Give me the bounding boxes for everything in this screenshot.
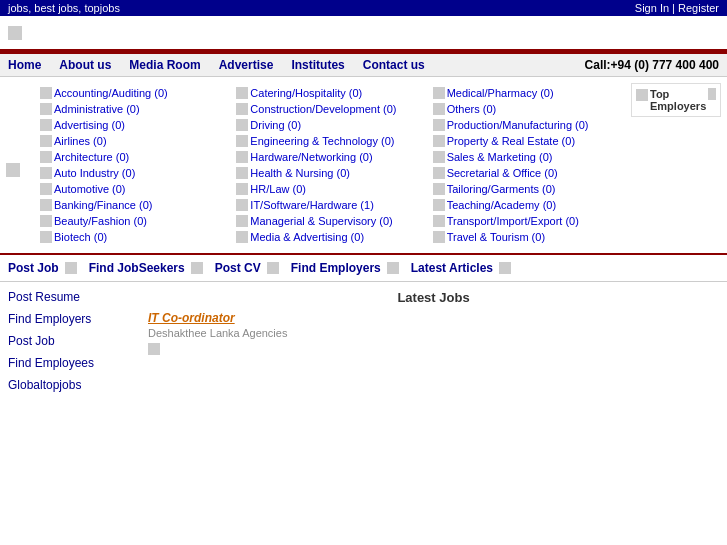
- search-icon[interactable]: [8, 26, 22, 40]
- cat-link[interactable]: Media & Advertising (0): [250, 231, 364, 243]
- cat-link[interactable]: Managerial & Supervisory (0): [250, 215, 392, 227]
- cat-link[interactable]: Engineering & Technology (0): [250, 135, 394, 147]
- cat-icon: [433, 231, 445, 243]
- cat-link[interactable]: Administrative (0): [54, 103, 140, 115]
- nav-bar: Home About us Media Room Advertise Insti…: [0, 54, 727, 77]
- cat-link[interactable]: Catering/Hospitality (0): [250, 87, 362, 99]
- cat-link[interactable]: Sales & Marketing (0): [447, 151, 553, 163]
- bottom-nav-icon: [65, 262, 77, 274]
- cat-icon: [433, 151, 445, 163]
- cat-icon: [40, 215, 52, 227]
- cat-icon: [236, 183, 248, 195]
- bottom-nav-post-job[interactable]: Post Job: [8, 261, 59, 275]
- cat-icon: [433, 199, 445, 211]
- cat-link[interactable]: Biotech (0): [54, 231, 107, 243]
- bottom-nav-icon: [499, 262, 511, 274]
- cat-link[interactable]: Construction/Development (0): [250, 103, 396, 115]
- category-item: Auto Industry (0): [40, 167, 226, 179]
- category-item: Banking/Finance (0): [40, 199, 226, 211]
- bottom-nav-latest-articles[interactable]: Latest Articles: [411, 261, 493, 275]
- quick-link-post-resume[interactable]: Post Resume: [8, 290, 138, 304]
- cat-link[interactable]: Medical/Pharmacy (0): [447, 87, 554, 99]
- cat-link[interactable]: IT/Software/Hardware (1): [250, 199, 373, 211]
- category-item: Media & Advertising (0): [236, 231, 422, 243]
- cat-link[interactable]: Others (0): [447, 103, 497, 115]
- cat-icon: [40, 183, 52, 195]
- cat-icon: [433, 119, 445, 131]
- category-item: Teaching/Academy (0): [433, 199, 619, 211]
- cat-link[interactable]: Secretarial & Office (0): [447, 167, 558, 179]
- employers-box: Top Employers: [631, 83, 721, 117]
- category-item: Travel & Tourism (0): [433, 231, 619, 243]
- cat-col-3: Medical/Pharmacy (0)Others (0)Production…: [433, 87, 619, 243]
- cat-icon: [236, 87, 248, 99]
- employers-right-icon: [708, 88, 716, 100]
- cat-icon: [40, 167, 52, 179]
- categories-area: Accounting/Auditing (0)Administrative (0…: [36, 83, 623, 247]
- category-item: Administrative (0): [40, 103, 226, 115]
- nav-call: Call:+94 (0) 777 400 400: [585, 58, 719, 72]
- category-item: Beauty/Fashion (0): [40, 215, 226, 227]
- quick-link-post-job[interactable]: Post Job: [8, 334, 138, 348]
- job-title-link[interactable]: IT Co-ordinator: [148, 311, 235, 325]
- category-item: Production/Manufacturing (0): [433, 119, 619, 131]
- cat-link[interactable]: Teaching/Academy (0): [447, 199, 556, 211]
- cat-link[interactable]: Automotive (0): [54, 183, 126, 195]
- cat-icon: [40, 199, 52, 211]
- cat-link[interactable]: Auto Industry (0): [54, 167, 135, 179]
- cat-icon: [236, 231, 248, 243]
- category-item: Health & Nursing (0): [236, 167, 422, 179]
- category-item: Others (0): [433, 103, 619, 115]
- employers-icon: [636, 89, 648, 101]
- cat-icon: [236, 199, 248, 211]
- bottom-nav-post-cv[interactable]: Post CV: [215, 261, 261, 275]
- top-bar-auth[interactable]: Sign In | Register: [635, 2, 719, 14]
- cat-link[interactable]: Transport/Import/Export (0): [447, 215, 579, 227]
- nav-about[interactable]: About us: [59, 58, 111, 72]
- cat-link[interactable]: Banking/Finance (0): [54, 199, 152, 211]
- nav-institutes[interactable]: Institutes: [291, 58, 344, 72]
- bottom-nav-find-employers[interactable]: Find Employers: [291, 261, 381, 275]
- cat-icon: [433, 215, 445, 227]
- cat-icon: [40, 151, 52, 163]
- cat-icon: [40, 119, 52, 131]
- logo-area: [0, 16, 727, 52]
- quick-link-globaltopjobs[interactable]: Globaltopjobs: [8, 378, 138, 392]
- category-item: Driving (0): [236, 119, 422, 131]
- cat-link[interactable]: Production/Manufacturing (0): [447, 119, 589, 131]
- cat-link[interactable]: Hardware/Networking (0): [250, 151, 372, 163]
- cat-link[interactable]: Health & Nursing (0): [250, 167, 350, 179]
- category-item: Sales & Marketing (0): [433, 151, 619, 163]
- nav-advertise[interactable]: Advertise: [219, 58, 274, 72]
- cat-link[interactable]: Travel & Tourism (0): [447, 231, 545, 243]
- cat-link[interactable]: Accounting/Auditing (0): [54, 87, 168, 99]
- category-item: Engineering & Technology (0): [236, 135, 422, 147]
- cat-link[interactable]: Tailoring/Garments (0): [447, 183, 556, 195]
- nav-contact[interactable]: Contact us: [363, 58, 425, 72]
- quick-link-find-employees[interactable]: Find Employees: [8, 356, 138, 370]
- bottom-nav-icon: [387, 262, 399, 274]
- bottom-nav-find-jobseekers[interactable]: Find JobSeekers: [89, 261, 185, 275]
- nav-media[interactable]: Media Room: [129, 58, 200, 72]
- cat-link[interactable]: Airlines (0): [54, 135, 107, 147]
- bottom-nav-icon: [191, 262, 203, 274]
- cat-icon: [40, 231, 52, 243]
- cat-icon: [433, 87, 445, 99]
- cat-icon: [40, 135, 52, 147]
- cat-link[interactable]: Beauty/Fashion (0): [54, 215, 147, 227]
- cat-link[interactable]: Driving (0): [250, 119, 301, 131]
- cat-link[interactable]: Architecture (0): [54, 151, 129, 163]
- category-item: Medical/Pharmacy (0): [433, 87, 619, 99]
- left-sidebar: [6, 83, 36, 247]
- cat-icon: [433, 103, 445, 115]
- cat-link[interactable]: HR/Law (0): [250, 183, 306, 195]
- cat-icon: [40, 103, 52, 115]
- cat-link[interactable]: Advertising (0): [54, 119, 125, 131]
- cat-icon: [40, 87, 52, 99]
- cat-link[interactable]: Property & Real Estate (0): [447, 135, 575, 147]
- quick-link-find-employers[interactable]: Find Employers: [8, 312, 138, 326]
- category-item: Airlines (0): [40, 135, 226, 147]
- category-item: Biotech (0): [40, 231, 226, 243]
- latest-jobs-panel: Latest Jobs IT Co-ordinator Deshakthee L…: [148, 290, 719, 400]
- nav-home[interactable]: Home: [8, 58, 41, 72]
